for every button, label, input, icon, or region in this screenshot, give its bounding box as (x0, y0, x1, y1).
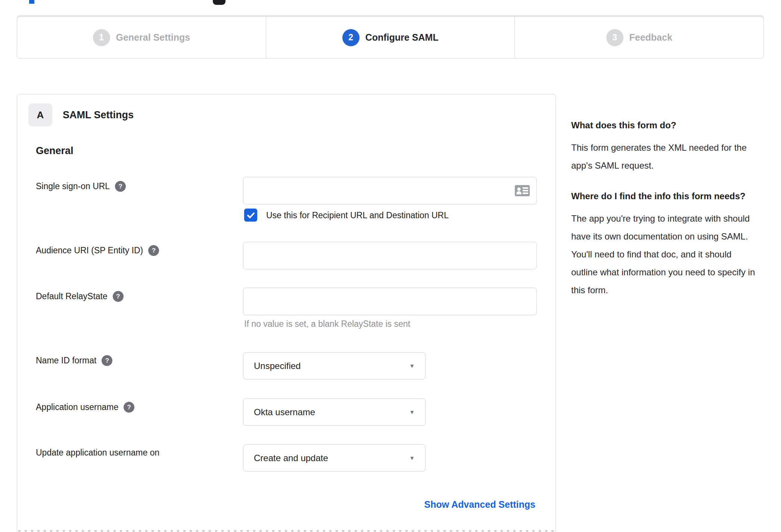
help-sidebar: What does this form do? This form genera… (571, 118, 760, 313)
app-username-select[interactable]: Okta username ▼ (243, 398, 426, 426)
audience-uri-input[interactable] (243, 242, 537, 269)
help-icon[interactable]: ? (148, 245, 159, 256)
step-feedback[interactable]: 3 Feedback (514, 17, 763, 58)
step-configure-saml[interactable]: 2 Configure SAML (266, 17, 515, 58)
sso-url-label: Single sign-on URL ? (36, 181, 126, 192)
step-general-settings[interactable]: 1 General Settings (17, 17, 266, 58)
dotted-separator (18, 530, 554, 532)
chevron-down-icon: ▼ (409, 455, 415, 461)
step-number-badge: 2 (342, 29, 360, 46)
step-label: Feedback (629, 32, 672, 43)
chevron-down-icon: ▼ (409, 363, 415, 369)
update-app-username-select[interactable]: Create and update ▼ (243, 444, 426, 472)
sidebar-paragraph: This form generates the XML needed for t… (571, 139, 760, 175)
step-label: Configure SAML (365, 32, 439, 43)
check-icon (246, 211, 255, 220)
step-number-badge: 3 (606, 29, 623, 46)
recipient-url-checkbox-label[interactable]: Use this for Recipient URL and Destinati… (266, 209, 449, 222)
saml-settings-panel: A SAML Settings General Single sign-on U… (17, 94, 556, 532)
audience-uri-label: Audience URI (SP Entity ID) ? (36, 245, 159, 256)
relay-state-input[interactable] (243, 288, 537, 315)
sidebar-paragraph: The app you're trying to integrate with … (571, 210, 760, 299)
name-id-format-label: Name ID format ? (36, 355, 112, 366)
cropped-title-fragment (29, 0, 34, 4)
help-icon[interactable]: ? (113, 291, 124, 302)
show-advanced-settings-link[interactable]: Show Advanced Settings (424, 499, 535, 510)
help-icon[interactable]: ? (102, 355, 112, 366)
step-label: General Settings (116, 32, 190, 43)
update-app-username-label: Update application username on (36, 448, 159, 458)
general-section-heading: General (36, 145, 74, 157)
sidebar-heading: What does this form do? (571, 118, 760, 133)
sso-url-input[interactable] (243, 177, 537, 204)
contact-card-icon[interactable] (514, 185, 530, 197)
recipient-url-checkbox[interactable] (244, 209, 257, 222)
panel-title: SAML Settings (63, 103, 134, 126)
chevron-down-icon: ▼ (409, 409, 415, 415)
name-id-format-select[interactable]: Unspecified ▼ (243, 352, 426, 379)
relay-state-hint: If no value is set, a blank RelayState i… (244, 319, 410, 329)
sidebar-heading: Where do I find the info this form needs… (571, 189, 760, 204)
step-number-badge: 1 (93, 29, 110, 46)
wizard-stepper: 1 General Settings 2 Configure SAML 3 Fe… (17, 16, 764, 59)
app-username-label: Application username ? (36, 402, 134, 413)
section-a-badge: A (28, 103, 52, 126)
help-icon[interactable]: ? (124, 402, 134, 413)
relay-state-label: Default RelayState ? (36, 291, 124, 302)
help-icon[interactable]: ? (115, 181, 126, 192)
cropped-logo-fragment (213, 0, 225, 5)
